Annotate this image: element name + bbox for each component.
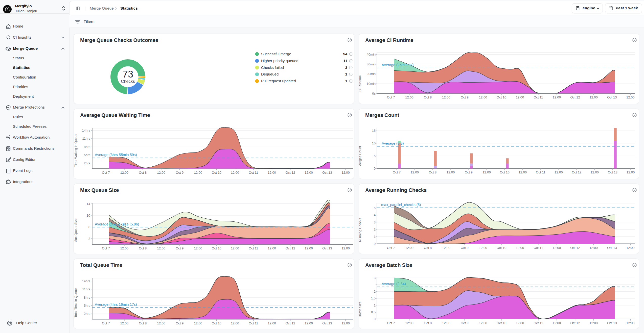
svg-text:2: 2 [374, 290, 376, 293]
svg-text:Oct 10: Oct 10 [212, 246, 221, 250]
svg-text:12:00: 12:00 [482, 170, 491, 174]
svg-text:12:00: 12:00 [305, 246, 313, 250]
svg-text:Oct 11: Oct 11 [534, 246, 543, 250]
svg-text:12:00: 12:00 [120, 246, 129, 250]
svg-text:Oct 10: Oct 10 [497, 321, 506, 325]
svg-text:Oct 12: Oct 12 [570, 246, 580, 250]
svg-text:Oct 9: Oct 9 [176, 321, 183, 325]
svg-text:12:00: 12:00 [626, 321, 635, 325]
svg-text:i: i [351, 67, 351, 69]
svg-text:12:00: 12:00 [268, 246, 276, 250]
svg-text:Oct 8: Oct 8 [139, 171, 147, 174]
svg-text:12:00: 12:00 [405, 246, 413, 250]
svg-text:Average (4hrs 16min 17s): Average (4hrs 16min 17s) [95, 302, 137, 306]
svg-text:10: 10 [87, 214, 90, 217]
svg-text:Pull request updated: Pull request updated [261, 79, 296, 83]
svg-text:12:00: 12:00 [268, 171, 276, 174]
svg-text:12:00: 12:00 [231, 171, 239, 174]
svg-text:Time Waiting in Queue: Time Waiting in Queue [74, 134, 78, 167]
svg-text:12:00: 12:00 [120, 321, 129, 325]
svg-text:8hrs: 8hrs [84, 296, 90, 299]
svg-text:Oct 9: Oct 9 [461, 95, 469, 99]
svg-text:0: 0 [374, 167, 376, 170]
svg-text:11: 11 [343, 59, 347, 63]
svg-text:Oct 7: Oct 7 [387, 321, 395, 325]
svg-text:3: 3 [374, 220, 376, 224]
svg-text:1: 1 [345, 72, 347, 76]
svg-text:12:00: 12:00 [516, 321, 524, 325]
svg-text:i: i [351, 80, 351, 82]
svg-text:15: 15 [372, 129, 376, 133]
svg-text:2hrs: 2hrs [84, 161, 90, 165]
svg-text:2: 2 [88, 237, 90, 241]
svg-text:12:00: 12:00 [157, 171, 166, 174]
svg-text:Batch Size: Batch Size [358, 301, 362, 317]
svg-text:Oct 13: Oct 13 [607, 95, 617, 99]
svg-text:Successful merge: Successful merge [261, 52, 291, 56]
svg-text:30min: 30min [367, 62, 376, 66]
svg-text:Oct 8: Oct 8 [424, 246, 432, 250]
svg-text:12:00: 12:00 [194, 321, 202, 325]
svg-text:Oct 8: Oct 8 [424, 95, 432, 99]
svg-text:5hrs: 5hrs [84, 153, 90, 157]
svg-text:Oct 10: Oct 10 [497, 246, 506, 250]
svg-text:CI Runtime: CI Runtime [358, 75, 362, 92]
svg-text:1: 1 [345, 79, 347, 83]
svg-text:Oct 13: Oct 13 [322, 246, 332, 250]
svg-text:12:00: 12:00 [627, 170, 635, 174]
svg-text:10: 10 [372, 141, 376, 145]
svg-text:12:00: 12:00 [120, 171, 129, 174]
svg-text:12:00: 12:00 [442, 246, 450, 250]
svg-text:Oct 13: Oct 13 [607, 246, 617, 250]
svg-text:12:00: 12:00 [553, 95, 561, 99]
svg-text:2hrs: 2hrs [84, 312, 90, 316]
svg-text:Oct 9: Oct 9 [465, 170, 473, 174]
svg-text:Average Queue Size (5.96): Average Queue Size (5.96) [95, 222, 139, 226]
svg-text:Higher priority queued: Higher priority queued [261, 59, 298, 63]
svg-text:12:00: 12:00 [447, 170, 455, 174]
svg-text:0s: 0s [372, 92, 376, 95]
svg-text:12:00: 12:00 [405, 95, 413, 99]
svg-text:Oct 12: Oct 12 [570, 95, 580, 99]
svg-text:Oct 13: Oct 13 [608, 170, 617, 174]
svg-text:12:00: 12:00 [268, 321, 276, 325]
svg-text:12:00: 12:00 [341, 321, 350, 325]
svg-text:Oct 11: Oct 11 [249, 321, 258, 325]
svg-text:Oct 12: Oct 12 [285, 321, 295, 325]
svg-text:Oct 11: Oct 11 [536, 170, 545, 174]
svg-text:14hrs: 14hrs [82, 279, 90, 283]
svg-text:4: 4 [374, 213, 376, 217]
svg-text:Oct 8: Oct 8 [424, 321, 432, 325]
svg-text:Oct 10: Oct 10 [497, 95, 506, 99]
svg-text:54: 54 [343, 52, 347, 56]
svg-text:12:00: 12:00 [442, 95, 450, 99]
svg-text:10min: 10min [367, 82, 376, 86]
svg-text:12:00: 12:00 [341, 171, 350, 174]
svg-text:Checks failed: Checks failed [261, 65, 284, 70]
svg-text:12:00: 12:00 [194, 246, 202, 250]
svg-text:Oct 7: Oct 7 [102, 171, 110, 174]
svg-text:Oct 11: Oct 11 [249, 171, 258, 174]
svg-text:Oct 9: Oct 9 [461, 246, 469, 250]
svg-text:1: 1 [374, 303, 376, 307]
svg-text:Oct 9: Oct 9 [176, 246, 183, 250]
svg-text:Oct 11: Oct 11 [249, 246, 258, 250]
svg-text:Oct 12: Oct 12 [572, 170, 581, 174]
svg-text:8hrs: 8hrs [84, 145, 90, 149]
svg-text:Oct 7: Oct 7 [102, 246, 110, 250]
svg-text:5: 5 [374, 206, 376, 210]
svg-text:12:00: 12:00 [589, 95, 598, 99]
svg-text:12:00: 12:00 [553, 246, 561, 250]
svg-text:Max Queue Size: Max Queue Size [74, 218, 78, 243]
svg-text:12:00: 12:00 [410, 170, 419, 174]
svg-text:12:00: 12:00 [479, 246, 487, 250]
svg-text:Average (8.8): Average (8.8) [382, 141, 404, 145]
svg-text:Total Time in Queue: Total Time in Queue [74, 288, 78, 318]
svg-text:Average (26min 9s): Average (26min 9s) [382, 63, 413, 67]
svg-text:Oct 13: Oct 13 [607, 321, 617, 325]
svg-text:Oct 11: Oct 11 [534, 95, 543, 99]
svg-text:0: 0 [374, 242, 376, 246]
svg-text:12:00: 12:00 [231, 321, 239, 325]
svg-text:12:00: 12:00 [626, 95, 635, 99]
svg-text:Oct 9: Oct 9 [176, 171, 183, 174]
